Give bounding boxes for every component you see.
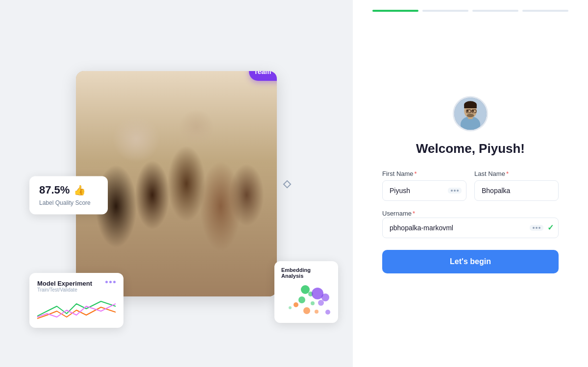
model-card: Model Experiment Train/Test/Validate [29, 273, 123, 328]
first-name-wrapper [382, 180, 466, 201]
team-badge-label: Team [254, 71, 271, 75]
name-row: First Name* Last Name* [382, 170, 559, 201]
username-required: * [413, 210, 415, 217]
username-row: Username* ✓ [382, 209, 559, 238]
welcome-heading: Welcome, Piyush! [416, 141, 525, 156]
first-name-dots [448, 188, 462, 194]
first-name-group: First Name* [382, 170, 466, 201]
begin-button[interactable]: Let's begin [382, 250, 559, 273]
svg-rect-5 [464, 104, 477, 108]
model-card-titles: Model Experiment Train/Test/Validate [37, 280, 92, 293]
model-card-header: Model Experiment Train/Test/Validate [37, 280, 116, 293]
username-label: Username* [382, 210, 415, 217]
username-icon: ✓ [530, 223, 554, 232]
form-area: Welcome, Piyush! First Name* [353, 12, 588, 367]
username-wrapper: ✓ [382, 218, 559, 238]
quality-label: Label Quality Score [39, 199, 98, 206]
svg-point-6 [467, 110, 469, 112]
progress-bar [353, 0, 588, 12]
model-dots-icon [105, 281, 116, 283]
right-panel: Welcome, Piyush! First Name* [353, 0, 588, 367]
avatar [453, 96, 488, 131]
first-name-required: * [415, 170, 417, 177]
last-name-wrapper [474, 180, 559, 201]
left-panel: ❧ Team 28 87.5% 👍 Label Quality Score [0, 0, 353, 367]
quality-percent: 87.5% [39, 184, 70, 196]
first-name-label: First Name* [382, 170, 466, 177]
team-avatars [274, 71, 277, 77]
quality-score: 87.5% 👍 [39, 184, 98, 196]
team-badge: Team 28 [249, 71, 277, 81]
team-avatar-1 [274, 71, 277, 77]
username-dots [530, 225, 543, 231]
svg-point-7 [472, 110, 474, 112]
last-name-group: Last Name* [474, 170, 559, 201]
diamond-decoration-1 [283, 180, 292, 189]
embedding-scatter [281, 283, 331, 317]
thumbup-icon: 👍 [74, 184, 86, 196]
last-name-label: Last Name* [474, 170, 559, 177]
last-name-input[interactable] [474, 180, 559, 201]
svg-point-8 [467, 114, 474, 117]
model-chart [37, 296, 116, 321]
embedding-card: Embedding Analysis [274, 261, 338, 323]
quality-card: 87.5% 👍 Label Quality Score [29, 176, 108, 214]
username-check-icon: ✓ [547, 223, 554, 232]
avatar-image [454, 98, 487, 130]
model-subtitle: Train/Test/Validate [37, 287, 92, 293]
model-title: Model Experiment [37, 280, 92, 287]
last-name-required: * [506, 170, 509, 177]
embedding-title: Embedding Analysis [281, 267, 331, 279]
first-name-icon [448, 188, 462, 194]
